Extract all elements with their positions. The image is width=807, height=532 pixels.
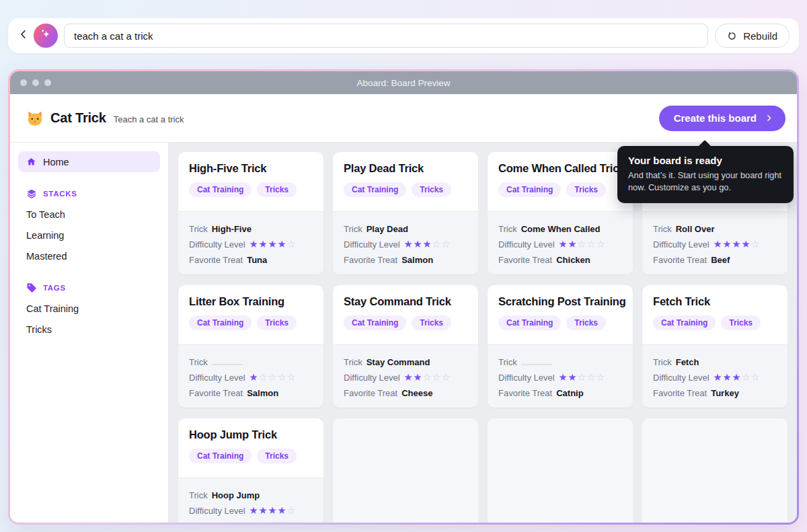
field-label: Favorite Treat (189, 255, 243, 265)
tag-pill[interactable]: Cat Training (653, 315, 716, 330)
difficulty-stars: ★★★☆☆ (714, 373, 761, 383)
difficulty-stars: ★☆☆☆☆ (249, 373, 297, 383)
back-chevron-icon (17, 28, 30, 43)
window-title: Aboard: Board Preview (10, 78, 797, 88)
back-button[interactable] (15, 27, 32, 44)
sidebar-item-learning[interactable]: Learning (18, 225, 160, 245)
tag-icon (26, 282, 37, 293)
create-board-label: Create this board (674, 112, 757, 124)
tag-pill[interactable]: Cat Training (189, 449, 252, 463)
sidebar-section-label: TAGS (43, 284, 66, 292)
treat-field: Favorite Treat Chicken (498, 252, 622, 268)
difficulty-field: Difficulty Level ★★★★☆ (189, 503, 313, 519)
tag-pill[interactable]: Tricks (257, 182, 297, 197)
board-card[interactable]: Stay Command Trick Cat TrainingTricks Tr… (333, 285, 478, 408)
treat-field: Favorite Treat Beef (653, 252, 777, 268)
board-card[interactable]: Play Dead Trick Cat TrainingTricks Trick… (333, 152, 478, 274)
star-filled-icon: ★ (742, 239, 751, 250)
board-card[interactable]: Scratching Post Training Cat TrainingTri… (488, 285, 633, 408)
star-filled-icon: ★ (568, 239, 578, 250)
star-empty-icon: ☆ (587, 239, 597, 250)
tag-pill[interactable]: Tricks (257, 449, 297, 463)
board-card[interactable]: High-Five Trick Cat TrainingTricks Trick… (178, 152, 323, 274)
card-title: Play Dead Trick (344, 162, 467, 175)
trick-field: Trick Fetch (653, 354, 777, 370)
board-card[interactable]: Litter Box Training Cat TrainingTricks T… (178, 285, 323, 408)
card-title: Stay Command Trick (344, 295, 467, 308)
star-filled-icon: ★ (723, 373, 732, 383)
tag-pill[interactable]: Cat Training (189, 315, 252, 330)
card-tags: Cat TrainingTricks (653, 315, 777, 330)
prompt-input[interactable] (64, 24, 708, 48)
tag-pill[interactable]: Tricks (566, 315, 606, 330)
star-empty-icon: ☆ (423, 373, 432, 383)
card-title: Scratching Post Training (498, 295, 622, 308)
board-card[interactable]: Hoop Jump Trick Cat TrainingTricks Trick… (178, 418, 323, 523)
board-title: Cat Trick (50, 110, 106, 126)
sidebar-section-header: STACKS (18, 187, 160, 200)
tag-pill[interactable]: Cat Training (189, 182, 252, 197)
field-value (212, 357, 243, 367)
tag-pill[interactable]: Tricks (566, 182, 606, 197)
star-empty-icon: ☆ (287, 506, 297, 516)
tag-pill[interactable]: Cat Training (344, 182, 406, 197)
tag-pill[interactable]: Tricks (412, 182, 451, 197)
trick-field: Trick Stay Command (344, 354, 467, 370)
rebuild-button[interactable]: Rebuild (715, 24, 790, 48)
sidebar-item-mastered[interactable]: Mastered (18, 245, 160, 266)
treat-field: Favorite Treat Cheese (344, 385, 467, 401)
card-fields: Trick Stay Command Difficulty Level ★★☆☆… (333, 344, 478, 408)
tag-pill[interactable]: Tricks (721, 315, 761, 330)
sidebar-item-home[interactable]: Home (18, 151, 160, 172)
field-label: Favorite Treat (344, 255, 397, 265)
sidebar-item-to-teach[interactable]: To Teach (18, 204, 160, 225)
field-value: High-Five (212, 224, 252, 234)
board-ready-tooltip: Your board is ready And that’s it. Start… (617, 146, 794, 203)
card-fields: Trick Come When Called Difficulty Level … (488, 211, 633, 274)
rebuild-label: Rebuild (743, 30, 777, 42)
tag-pill[interactable]: Cat Training (498, 182, 561, 197)
tag-pill[interactable]: Cat Training (344, 315, 406, 330)
star-empty-icon: ☆ (287, 373, 297, 383)
board-card[interactable]: Fetch Trick Cat TrainingTricks Trick Fet… (642, 285, 787, 408)
difficulty-stars: ★★☆☆☆ (404, 373, 451, 383)
card-title: Litter Box Training (189, 295, 313, 308)
star-empty-icon: ☆ (442, 239, 451, 250)
tag-pill[interactable]: Tricks (257, 315, 297, 330)
board-card[interactable]: Come When Called Trick Cat TrainingTrick… (488, 152, 633, 274)
card-top: Fetch Trick Cat TrainingTricks (642, 285, 787, 344)
tooltip-title: Your board is ready (628, 155, 783, 166)
difficulty-stars: ★★☆☆☆ (559, 239, 606, 250)
sidebar-item-tricks[interactable]: Tricks (18, 319, 160, 340)
field-value: Tuna (247, 255, 267, 265)
sidebar-section: TAGS Cat TrainingTricks (18, 281, 160, 340)
difficulty-field: Difficulty Level ★★☆☆☆ (498, 237, 622, 252)
star-filled-icon: ★ (714, 373, 723, 383)
star-empty-icon: ☆ (287, 239, 297, 250)
card-tags: Cat TrainingTricks (498, 182, 622, 197)
field-label: Trick (653, 224, 672, 234)
tag-pill[interactable]: Cat Training (498, 315, 561, 330)
treat-field: Favorite Treat Catnip (498, 385, 622, 401)
star-empty-icon: ☆ (268, 373, 278, 383)
sidebar-item-cat-training[interactable]: Cat Training (18, 298, 160, 319)
card-tags: Cat TrainingTricks (189, 182, 313, 197)
field-value: Fetch (676, 357, 699, 367)
tag-pill[interactable]: Tricks (412, 315, 451, 330)
create-board-button[interactable]: Create this board (659, 106, 785, 131)
difficulty-field: Difficulty Level ★★☆☆☆ (498, 370, 622, 385)
field-value: Roll Over (676, 224, 715, 234)
field-label: Trick (189, 490, 208, 500)
star-empty-icon: ☆ (432, 239, 442, 250)
field-value: Salmon (247, 388, 278, 398)
board-header: Cat Trick Teach a cat a trick Create thi… (10, 94, 797, 143)
app-logo (34, 24, 58, 48)
trick-field: Trick Hoop Jump (189, 488, 313, 503)
difficulty-stars: ★★★★☆ (249, 506, 297, 516)
card-top: Stay Command Trick Cat TrainingTricks (333, 285, 478, 344)
field-label: Trick (498, 357, 517, 367)
star-empty-icon: ☆ (587, 373, 597, 383)
star-filled-icon: ★ (404, 239, 414, 250)
field-label: Difficulty Level (498, 373, 555, 383)
star-empty-icon: ☆ (597, 373, 606, 383)
